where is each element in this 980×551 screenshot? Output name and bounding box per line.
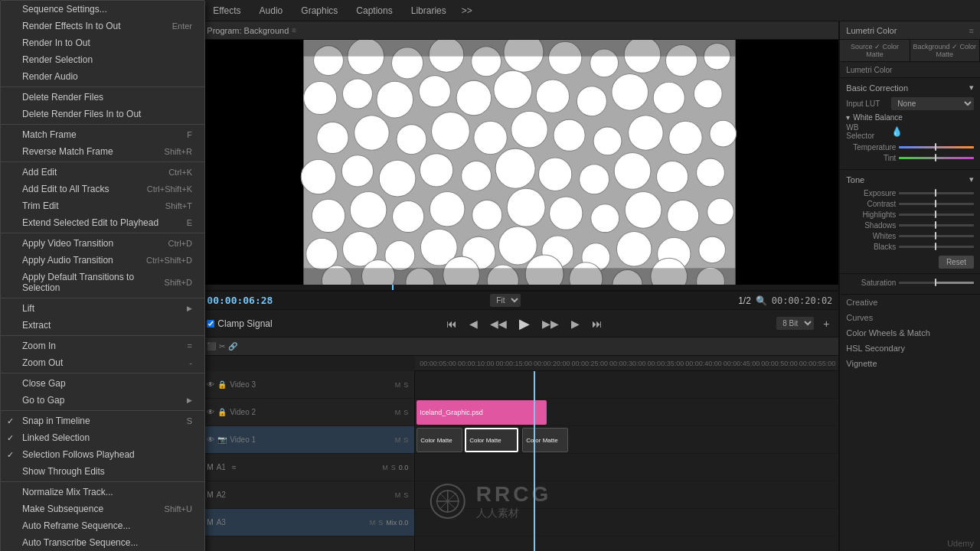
track-v3-s[interactable]: S — [403, 381, 408, 389]
contrast-slider[interactable] — [899, 203, 974, 205]
menu-selection-follows-playhead[interactable]: Selection Follows Playhead — [1, 446, 204, 463]
menu-add-edit[interactable]: Add Edit Ctrl+K — [1, 164, 204, 181]
play-button[interactable]: ▶ — [516, 314, 533, 334]
menu-auto-transcribe[interactable]: Auto Transcribe Sequence... — [1, 534, 204, 551]
menu-extend-edit-shortcut: E — [187, 218, 192, 227]
add-marker-button[interactable]: + — [820, 316, 832, 331]
exposure-slider[interactable] — [899, 192, 974, 194]
color-matte-clip-3[interactable]: Color Matte — [522, 428, 568, 452]
color-wheels-section[interactable]: Color Wheels & Match — [840, 325, 980, 341]
menu-snap-timeline[interactable]: Snap in Timeline S — [1, 412, 204, 429]
track-a2-eye-icon[interactable]: M — [207, 491, 213, 499]
step-back-button[interactable]: ◀ — [466, 316, 481, 331]
nav-libraries[interactable]: Libraries — [403, 2, 454, 19]
input-lut-select[interactable]: None — [891, 97, 974, 110]
blacks-slider[interactable] — [899, 246, 974, 248]
menu-auto-reframe[interactable]: Auto Reframe Sequence... — [1, 517, 204, 534]
menu-extract[interactable]: Extract — [1, 317, 204, 334]
lumetri-source-tab[interactable]: Source ✓ Color Matte — [840, 40, 910, 61]
tint-slider[interactable] — [899, 157, 974, 159]
track-v2-m[interactable]: M — [395, 409, 401, 416]
track-a1-m[interactable]: M — [382, 464, 388, 471]
menu-delete-render[interactable]: Delete Render Files — [1, 89, 204, 106]
nav-effects[interactable]: Effects — [205, 2, 248, 19]
iceland-clip[interactable]: Iceland_Graphic.psd — [416, 400, 547, 425]
basic-correction-header[interactable]: Basic Correction ▾ — [846, 83, 974, 93]
tone-header[interactable]: Tone ▾ — [846, 174, 974, 184]
menu-trim-edit[interactable]: Trim Edit Shift+T — [1, 197, 204, 214]
menu-zoom-out[interactable]: Zoom Out - — [1, 354, 204, 371]
go-to-start-button[interactable]: ⏮ — [443, 316, 460, 331]
nav-audio[interactable]: Audio — [252, 2, 291, 19]
menu-reverse-match-frame[interactable]: Reverse Match Frame Shift+R — [1, 143, 204, 160]
highlights-slider[interactable] — [899, 214, 974, 216]
menu-render-in-out[interactable]: Render In to Out — [1, 34, 204, 51]
menu-apply-video-transition[interactable]: Apply Video Transition Ctrl+D — [1, 235, 204, 252]
menu-extend-edit[interactable]: Extend Selected Edit to Playhead E — [1, 214, 204, 231]
menu-apply-audio-transition[interactable]: Apply Audio Transition Ctrl+Shift+D — [1, 252, 204, 269]
menu-render-selection[interactable]: Render Selection — [1, 51, 204, 68]
reset-button[interactable]: Reset — [939, 256, 974, 269]
color-matte-clip-2[interactable]: Color Matte — [465, 428, 518, 452]
vignette-section[interactable]: Vignette — [840, 356, 980, 371]
track-v3-lock-icon[interactable]: 🔒 — [217, 380, 227, 389]
menu-render-effects-in[interactable]: Render Effects In to Out Enter — [1, 18, 204, 34]
timecode-display[interactable]: 00:00:06:28 — [207, 295, 273, 306]
menu-linked-selection[interactable]: Linked Selection — [1, 429, 204, 446]
track-v2-lock-icon[interactable]: 🔒 — [217, 408, 227, 416]
track-a3-eye-icon[interactable]: M — [207, 518, 213, 527]
lumetri-bg-tab[interactable]: Background ✓ Color Matte — [910, 40, 980, 61]
nav-captions[interactable]: Captions — [348, 2, 400, 19]
menu-apply-default-transitions[interactable]: Apply Default Transitions to Selection S… — [1, 269, 204, 296]
track-a3-m[interactable]: M — [370, 519, 376, 527]
track-v3-eye-icon[interactable]: 👁 — [207, 380, 214, 389]
go-to-end-button[interactable]: ⏭ — [589, 316, 606, 331]
creative-section[interactable]: Creative — [840, 295, 980, 310]
track-v1-s[interactable]: S — [403, 436, 408, 444]
menu-match-frame[interactable]: Match Frame F — [1, 126, 204, 143]
menu-close-gap[interactable]: Close Gap — [1, 375, 204, 392]
track-v1-cam-icon[interactable]: 📷 — [217, 435, 227, 444]
step-back2-button[interactable]: ◀◀ — [487, 316, 510, 331]
menu-zoom-in[interactable]: Zoom In = — [1, 337, 204, 354]
menu-add-edit-all[interactable]: Add Edit to All Tracks Ctrl+Shift+K — [1, 181, 204, 197]
track-v1-eye-icon[interactable]: 👁 — [207, 435, 214, 444]
menu-show-through-edits[interactable]: Show Through Edits — [1, 463, 204, 480]
temperature-slider[interactable] — [899, 146, 974, 148]
shadows-slider[interactable] — [899, 224, 974, 227]
track-a1-s[interactable]: S — [391, 464, 396, 471]
track-v2-s[interactable]: S — [403, 409, 408, 416]
color-matte-clip-1[interactable]: Color Matte — [416, 428, 462, 452]
track-a2-s[interactable]: S — [403, 491, 408, 499]
track-a1-eye-icon[interactable]: M — [207, 463, 213, 471]
lumetri-menu-icon[interactable]: ≡ — [969, 26, 974, 35]
menu-make-subsequence-shortcut: Shift+U — [165, 504, 192, 514]
menu-sequence-settings[interactable]: Sequence Settings... — [1, 1, 204, 18]
scrub-bar[interactable] — [201, 285, 838, 291]
step-forward2-button[interactable]: ▶ — [568, 316, 583, 331]
menu-delete-render-in-out[interactable]: Delete Render Files In to Out — [1, 106, 204, 122]
hsl-section[interactable]: HSL Secondary — [840, 341, 980, 356]
track-a3-s[interactable]: S — [378, 519, 383, 527]
track-v3-m[interactable]: M — [395, 381, 401, 389]
saturation-slider[interactable] — [899, 282, 974, 284]
nav-more[interactable]: >> — [457, 2, 477, 19]
menu-lift[interactable]: Lift — [1, 300, 204, 317]
eyedropper-button[interactable]: 💧 — [891, 126, 903, 137]
svg-point-76 — [393, 201, 424, 232]
menu-make-subsequence[interactable]: Make Subsequence Shift+U — [1, 500, 204, 517]
bit-select[interactable]: 8 Bit — [776, 317, 814, 330]
track-v1-m[interactable]: M — [395, 436, 401, 444]
clamp-checkbox[interactable] — [207, 320, 214, 328]
fit-select[interactable]: Fit — [490, 294, 521, 307]
whites-slider[interactable] — [899, 235, 974, 237]
curves-section[interactable]: Curves — [840, 310, 980, 325]
menu-go-to-gap[interactable]: Go to Gap — [1, 392, 204, 409]
step-forward-button[interactable]: ▶▶ — [539, 316, 562, 331]
track-v2-eye-icon[interactable]: 👁 — [207, 408, 214, 416]
menu-normalize-mix[interactable]: Normalize Mix Track... — [1, 484, 204, 500]
track-a2-m[interactable]: M — [395, 491, 401, 499]
nav-graphics[interactable]: Graphics — [293, 2, 345, 19]
program-menu-icon[interactable]: ≡ — [292, 26, 296, 34]
menu-render-audio[interactable]: Render Audio — [1, 68, 204, 85]
